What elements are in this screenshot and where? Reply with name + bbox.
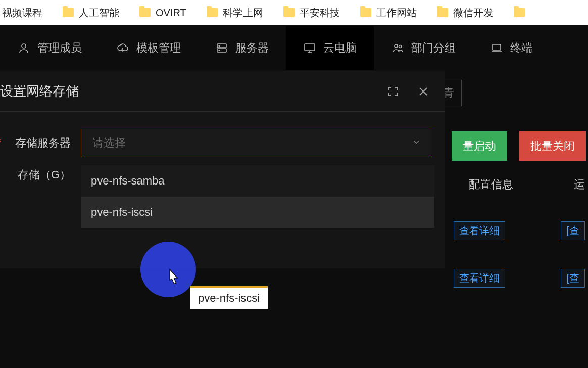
- monitor-icon: [303, 41, 316, 55]
- bookmark-item[interactable]: OVIRT: [133, 4, 192, 22]
- bookmark-label: 微信开发: [453, 6, 494, 20]
- chevron-down-icon: [412, 137, 421, 149]
- nav-item-departments[interactable]: 部门分组: [374, 26, 473, 70]
- bookmark-label: 人工智能: [79, 6, 119, 20]
- nav-item-servers[interactable]: 服务器: [198, 26, 286, 70]
- nav-item-cloud-pc[interactable]: 云电脑: [286, 26, 374, 70]
- svg-point-7: [399, 45, 402, 48]
- nav-item-label: 终端: [510, 40, 532, 56]
- users-icon: [391, 41, 404, 55]
- folder-icon: [283, 8, 295, 17]
- svg-point-3: [219, 45, 220, 47]
- cursor-pointer-icon: [165, 268, 182, 290]
- nav-item-label: 管理成员: [37, 40, 82, 56]
- svg-point-0: [22, 44, 26, 48]
- bookmark-label: OVIRT: [156, 7, 186, 19]
- svg-rect-8: [493, 44, 501, 50]
- settings-modal: 设置网络存储 * 存储服务器 请选择: [0, 71, 445, 268]
- storage-server-select[interactable]: 请选择: [81, 129, 432, 157]
- bookmark-item[interactable]: 平安科技: [277, 3, 346, 23]
- batch-stop-button[interactable]: 批量关闭: [519, 131, 586, 161]
- nav-item-label: 服务器: [235, 40, 269, 56]
- view-detail-link[interactable]: 查看详细: [454, 221, 505, 240]
- field-label-storage-server: * 存储服务器: [0, 135, 71, 151]
- bookmark-label: 视频课程: [2, 6, 42, 20]
- folder-icon: [139, 8, 151, 17]
- svg-rect-5: [305, 44, 315, 51]
- bookmark-label: 科学上网: [223, 6, 263, 20]
- svg-point-4: [219, 50, 220, 51]
- nav-item-terminal[interactable]: 终端: [473, 26, 537, 70]
- dropdown-option[interactable]: pve-nfs-samba: [81, 165, 434, 197]
- column-header-run: 运: [574, 177, 585, 192]
- nav-item-templates[interactable]: 模板管理: [99, 26, 198, 70]
- view-detail-link-edge[interactable]: [查: [561, 221, 585, 240]
- laptop-icon: [490, 41, 503, 55]
- required-star: *: [0, 135, 2, 149]
- bookmark-item[interactable]: 工作网站: [354, 3, 423, 23]
- form-row-storage-g: 存储（G）: [0, 167, 71, 182]
- folder-icon: [63, 8, 74, 17]
- bookmark-label: 平安科技: [300, 6, 340, 20]
- nav-item-label: 云电脑: [323, 40, 357, 56]
- column-header-config: 配置信息: [469, 177, 513, 192]
- folder-icon: [437, 8, 448, 17]
- svg-point-6: [395, 44, 398, 48]
- bookmark-label: 工作网站: [376, 6, 417, 20]
- batch-start-button[interactable]: 量启动: [452, 131, 507, 161]
- bookmark-item[interactable]: 视频课程: [0, 3, 48, 23]
- modal-header: 设置网络存储: [0, 71, 445, 112]
- folder-icon: [360, 8, 371, 17]
- tooltip: pve-nfs-iscsi: [190, 286, 268, 309]
- user-icon: [17, 41, 30, 55]
- server-icon: [215, 41, 228, 55]
- nav-item-label: 部门分组: [411, 40, 456, 56]
- modal-title: 设置网络存储: [0, 82, 79, 100]
- storage-server-dropdown: pve-nfs-samba pve-nfs-iscsi: [81, 165, 434, 228]
- dropdown-option[interactable]: pve-nfs-iscsi: [81, 197, 434, 228]
- field-label-storage-g: 存储（G）: [0, 167, 71, 182]
- cloud-icon: [116, 41, 129, 55]
- expand-icon[interactable]: [387, 85, 399, 98]
- nav-item-members[interactable]: 管理成员: [0, 26, 99, 70]
- bookmark-item[interactable]: [508, 5, 531, 20]
- bookmark-item[interactable]: 微信开发: [431, 3, 500, 23]
- nav-item-label: 模板管理: [136, 40, 181, 56]
- top-nav: 管理成员 模板管理 服务器 云电脑 部门分组 终端: [0, 25, 588, 71]
- form-row-storage-server: * 存储服务器 请选择: [0, 129, 432, 157]
- close-icon[interactable]: [417, 85, 429, 98]
- view-detail-link-edge[interactable]: [查: [561, 269, 585, 288]
- bookmark-item[interactable]: 科学上网: [201, 3, 269, 23]
- folder-icon: [514, 8, 525, 17]
- folder-icon: [207, 8, 218, 17]
- bookmarks-bar: 视频课程 人工智能 OVIRT 科学上网 平安科技 工作网站 微信开发: [0, 0, 588, 25]
- content-area: 青 量启动 批量关闭 配置信息 运 查看详细 [查 查看详细 [查 设置网络存储: [0, 71, 588, 368]
- modal-body: * 存储服务器 请选择 pve-nfs-samba pve-nfs-iscsi …: [0, 112, 445, 268]
- view-detail-link[interactable]: 查看详细: [454, 269, 505, 288]
- bookmark-item[interactable]: 人工智能: [57, 3, 125, 23]
- select-placeholder: 请选择: [92, 135, 126, 151]
